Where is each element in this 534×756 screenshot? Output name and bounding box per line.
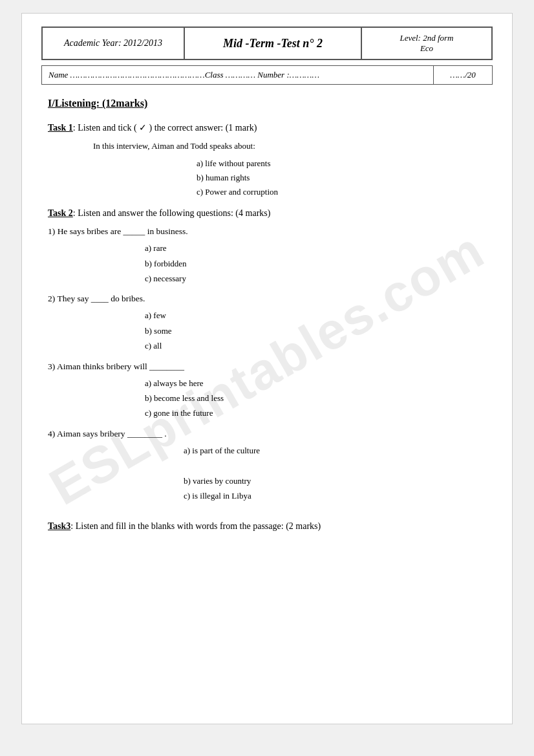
task2-title: Task 2: Listen and answer the following … [48, 208, 493, 219]
interview-text: In this interview, Aiman and Todd speaks… [93, 141, 255, 151]
q4-options: a) is part of the culture b) varies by c… [184, 443, 493, 504]
academic-year-label: Academic Year: 2012/2013 [64, 38, 162, 49]
section-title: I/Listening: (12marks) [48, 98, 493, 109]
eco-label: Eco [420, 43, 433, 54]
q3-number: 3) [48, 362, 55, 371]
q2-option-a: a) few [145, 308, 493, 323]
q4-option-c: c) is illegal in Libya [184, 488, 493, 503]
q3-text: Aiman thinks bribery will ________ [57, 362, 184, 371]
q1-text: He says bribes are _____ in business. [58, 226, 188, 236]
q2-text: They say ____ do bribes. [57, 294, 145, 303]
q2-option-c: c) all [145, 338, 493, 353]
name-field: Name ………………………………………………Class ………… Number… [42, 66, 434, 84]
task1-option-c: c) Power and corruption [197, 185, 493, 199]
q4-text: Aiman says bribery ________ . [57, 429, 167, 438]
q3-option-c: c) gone in the future [145, 405, 493, 420]
q1-number: 1) [48, 226, 55, 236]
test-title-cell: Mid -Term -Test n° 2 [185, 28, 362, 59]
q4-option-a: a) is part of the culture [184, 443, 493, 458]
task3-title: Task3: Listen and fill in the blanks wit… [48, 521, 493, 532]
task1-label: Task 1 [48, 123, 73, 133]
task1-option-a: a) life without parents [197, 157, 493, 171]
q3-option-a: a) always be here [145, 376, 493, 391]
task1-title: Task 1: Listen and tick ( ✓ ) the correc… [48, 122, 493, 133]
q2-options: a) few b) some c) all [145, 308, 493, 353]
level-cell: Level: 2nd form Eco [362, 28, 491, 59]
task3-label: Task3 [48, 521, 70, 531]
task1-option-b: b) human rights [197, 171, 493, 185]
q1-option-a: a) rare [145, 241, 493, 255]
question-2: 2) They say ____ do bribes. [48, 294, 493, 304]
question-4: 4) Aiman says bribery ________ . [48, 429, 493, 439]
q1-option-c: c) necessary [145, 271, 493, 286]
task2-description: : Listen and answer the following questi… [73, 208, 271, 218]
academic-year-cell: Academic Year: 2012/2013 [43, 28, 185, 59]
header-table: Academic Year: 2012/2013 Mid -Term -Test… [41, 27, 493, 60]
q1-option-b: b) forbidden [145, 256, 493, 271]
q2-option-b: b) some [145, 323, 493, 338]
q1-options: a) rare b) forbidden c) necessary [145, 241, 493, 286]
q4-option-b: b) varies by country [184, 473, 493, 488]
interview-block: In this interview, Aiman and Todd speaks… [93, 140, 493, 151]
q3-option-b: b) become less and less [145, 391, 493, 405]
task1-description: : Listen and tick ( ✓ ) the correct answ… [73, 123, 257, 133]
question-1: 1) He says bribes are _____ in business. [48, 226, 493, 237]
task1-options: a) life without parents b) human rights … [197, 157, 493, 199]
task3-description: : Listen and fill in the blanks with wor… [70, 521, 321, 531]
test-title: Mid -Term -Test n° 2 [223, 37, 323, 50]
task2-label: Task 2 [48, 208, 73, 218]
score-field: ……/20 [434, 66, 492, 84]
q4-number: 4) [48, 429, 55, 438]
question-3: 3) Aiman thinks bribery will ________ [48, 362, 493, 372]
level-label: Level: 2nd form [400, 33, 453, 43]
q3-options: a) always be here b) become less and les… [145, 376, 493, 421]
name-row: Name ………………………………………………Class ………… Number… [41, 65, 493, 85]
q2-number: 2) [48, 294, 55, 303]
